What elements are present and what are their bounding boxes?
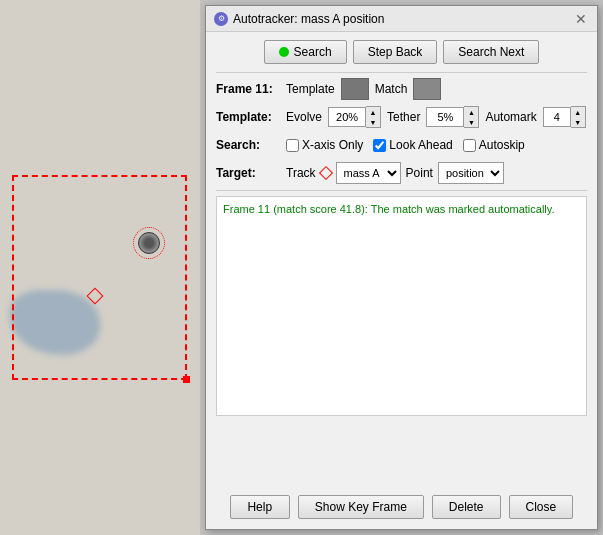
- evolve-input[interactable]: [328, 107, 366, 127]
- automark-spinner-btns: ▲ ▼: [571, 106, 586, 128]
- lookahead-label: Look Ahead: [389, 138, 452, 152]
- autoskip-label: Autoskip: [479, 138, 525, 152]
- frame-row-content: Template Match: [286, 78, 441, 100]
- lookahead-checkbox[interactable]: [373, 139, 386, 152]
- automark-spinner: ▲ ▼: [543, 106, 586, 128]
- evolve-label: Evolve: [286, 110, 322, 124]
- evolve-spinner-btns: ▲ ▼: [366, 106, 381, 128]
- search-button[interactable]: Search: [264, 40, 347, 64]
- close-icon[interactable]: ✕: [573, 11, 589, 27]
- diamond-icon: [318, 166, 332, 180]
- tether-label: Tether: [387, 110, 420, 124]
- automark-down-button[interactable]: ▼: [571, 117, 585, 127]
- frame-row: Frame 11: Template Match: [216, 78, 587, 100]
- green-dot-icon: [279, 47, 289, 57]
- selection-rectangle: [12, 175, 187, 380]
- target-circle: [138, 232, 160, 254]
- automark-up-button[interactable]: ▲: [571, 107, 585, 117]
- search-checkboxes: X-axis Only Look Ahead Autoskip: [286, 138, 525, 152]
- search-options-row: Search: X-axis Only Look Ahead Autoskip: [216, 134, 587, 156]
- template-settings-row: Template: Evolve ▲ ▼ Tether ▲ ▼: [216, 106, 587, 128]
- template-thumbnail: [341, 78, 369, 100]
- autoskip-checkbox[interactable]: [463, 139, 476, 152]
- status-message: Frame 11 (match score 41.8): The match w…: [223, 203, 555, 215]
- match-label: Match: [375, 82, 408, 96]
- message-area: Frame 11 (match score 41.8): The match w…: [216, 196, 587, 416]
- step-back-button[interactable]: Step Back: [353, 40, 438, 64]
- dialog-icon: ⚙: [214, 12, 228, 26]
- point-select[interactable]: position: [438, 162, 504, 184]
- tether-spinner: ▲ ▼: [426, 106, 479, 128]
- divider-1: [216, 72, 587, 73]
- evolve-spinner: ▲ ▼: [328, 106, 381, 128]
- divider-2: [216, 190, 587, 191]
- title-bar-left: ⚙ Autotracker: mass A position: [214, 12, 384, 26]
- delete-button[interactable]: Delete: [432, 495, 501, 519]
- tether-down-button[interactable]: ▼: [464, 117, 478, 127]
- evolve-down-button[interactable]: ▼: [366, 117, 380, 127]
- template-settings-content: Evolve ▲ ▼ Tether ▲ ▼ Automark: [286, 106, 586, 128]
- target-label: Target:: [216, 166, 286, 180]
- track-select[interactable]: mass A: [336, 162, 401, 184]
- xaxis-label: X-axis Only: [302, 138, 363, 152]
- frame-label: Frame 11:: [216, 82, 286, 96]
- template-label: Template: [286, 82, 335, 96]
- dialog-content: Search Step Back Search Next Frame 11: T…: [206, 32, 597, 429]
- automark-input[interactable]: [543, 107, 571, 127]
- top-button-row: Search Step Back Search Next: [216, 40, 587, 64]
- target-row-content: Track mass A Point position: [286, 162, 504, 184]
- corner-handle: [183, 376, 190, 383]
- xaxis-checkbox[interactable]: [286, 139, 299, 152]
- automark-label: Automark: [485, 110, 536, 124]
- tether-up-button[interactable]: ▲: [464, 107, 478, 117]
- autotracker-dialog: ⚙ Autotracker: mass A position ✕ Search …: [205, 5, 598, 530]
- search-options-label: Search:: [216, 138, 286, 152]
- search-next-button[interactable]: Search Next: [443, 40, 539, 64]
- canvas-area: [0, 0, 200, 535]
- tether-spinner-btns: ▲ ▼: [464, 106, 479, 128]
- evolve-up-button[interactable]: ▲: [366, 107, 380, 117]
- show-key-frame-button[interactable]: Show Key Frame: [298, 495, 424, 519]
- canvas-content: [0, 0, 200, 535]
- help-button[interactable]: Help: [230, 495, 290, 519]
- bottom-button-row: Help Show Key Frame Delete Close: [206, 495, 597, 519]
- track-label: Track: [286, 166, 316, 180]
- lookahead-checkbox-item[interactable]: Look Ahead: [373, 138, 452, 152]
- tether-input[interactable]: [426, 107, 464, 127]
- template-settings-label: Template:: [216, 110, 286, 124]
- match-thumbnail: [413, 78, 441, 100]
- dialog-title: Autotracker: mass A position: [233, 12, 384, 26]
- autoskip-checkbox-item[interactable]: Autoskip: [463, 138, 525, 152]
- title-bar: ⚙ Autotracker: mass A position ✕: [206, 6, 597, 32]
- xaxis-checkbox-item[interactable]: X-axis Only: [286, 138, 363, 152]
- target-settings-row: Target: Track mass A Point position: [216, 162, 587, 184]
- point-label: Point: [406, 166, 433, 180]
- close-button[interactable]: Close: [509, 495, 574, 519]
